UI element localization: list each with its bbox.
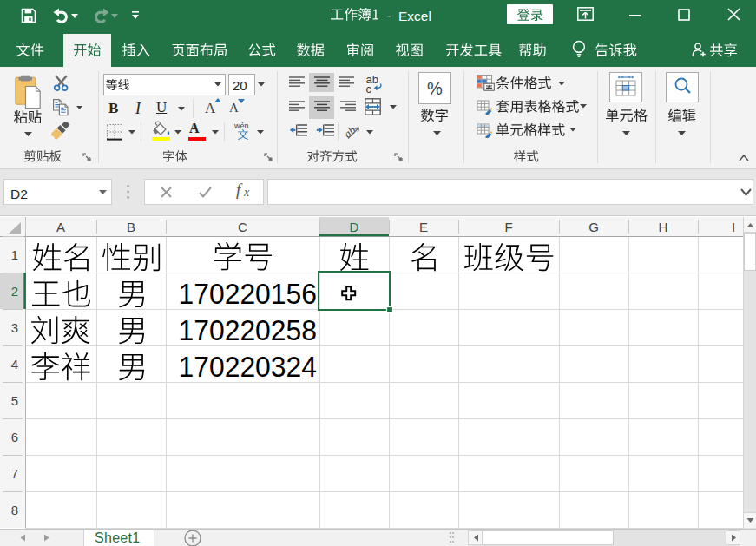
svg-text:A: A (56, 220, 65, 234)
svg-text:E: E (419, 220, 428, 234)
svg-text:3: 3 (11, 320, 18, 335)
svg-text:D: D (350, 220, 359, 234)
svg-text:170220156: 170220156 (179, 277, 318, 310)
svg-text:H: H (659, 220, 668, 234)
svg-text:7: 7 (11, 466, 18, 481)
svg-text:5: 5 (11, 393, 18, 408)
svg-text:G: G (588, 220, 599, 234)
svg-text:6: 6 (11, 430, 18, 444)
svg-text:ab: ab (344, 123, 358, 141)
svg-text:170220258: 170220258 (179, 313, 318, 346)
svg-text:2: 2 (11, 284, 18, 299)
svg-text:4: 4 (11, 357, 18, 372)
svg-text:8: 8 (11, 503, 18, 517)
svg-text:1: 1 (11, 247, 18, 262)
svg-text:B: B (127, 220, 135, 234)
svg-text:C: C (238, 220, 247, 234)
svg-text:I: I (732, 220, 735, 234)
svg-text:F: F (504, 220, 512, 234)
svg-text:170220324: 170220324 (179, 350, 318, 383)
